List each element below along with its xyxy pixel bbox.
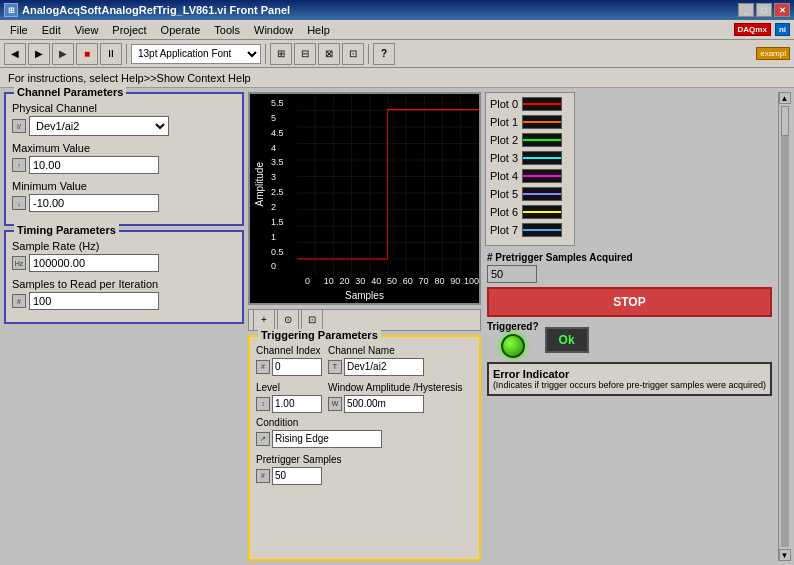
resize-button[interactable]: ⊠ — [318, 43, 340, 65]
samples-iter-indicator: # — [12, 294, 26, 308]
sample-rate-group: Sample Rate (Hz) Hz — [12, 240, 236, 272]
separator-3 — [368, 44, 369, 64]
zoom-select-button[interactable]: ⊡ — [301, 309, 323, 331]
menu-project[interactable]: Project — [106, 22, 152, 38]
menu-tools[interactable]: Tools — [208, 22, 246, 38]
close-button[interactable]: ✕ — [774, 3, 790, 17]
back-button[interactable]: ◀ — [4, 43, 26, 65]
channel-name-input[interactable] — [344, 358, 424, 376]
menu-window[interactable]: Window — [248, 22, 299, 38]
order-button[interactable]: ⊡ — [342, 43, 364, 65]
zoom-in-button[interactable]: + — [253, 309, 275, 331]
font-selector[interactable]: 13pt Application Font — [131, 44, 261, 64]
plot-3-color[interactable] — [522, 151, 562, 165]
window-input[interactable] — [344, 395, 424, 413]
stop-button[interactable]: ■ — [76, 43, 98, 65]
help-text: For instructions, select Help>>Show Cont… — [8, 72, 251, 84]
window-title: AnalogAcqSoftAnalogRefTrig_LV861.vi Fron… — [22, 4, 290, 16]
level-input[interactable] — [272, 395, 322, 413]
scroll-thumb-v[interactable] — [781, 106, 789, 136]
plot-6-color[interactable] — [522, 205, 562, 219]
plot-5-label: Plot 5 — [490, 188, 518, 200]
sample-rate-input[interactable] — [29, 254, 159, 272]
level-field: Level ↕ — [256, 382, 322, 413]
plot-0-item: Plot 0 — [490, 97, 570, 111]
condition-input[interactable] — [272, 430, 382, 448]
menu-bar: File Edit View Project Operate Tools Win… — [0, 20, 794, 40]
plot-0-label: Plot 0 — [490, 98, 518, 110]
menu-edit[interactable]: Edit — [36, 22, 67, 38]
left-panel: Channel Parameters Physical Channel I/ D… — [4, 92, 244, 561]
chart-svg — [297, 94, 479, 276]
menu-operate[interactable]: Operate — [155, 22, 207, 38]
min-value-group: Minimum Value ↓ — [12, 180, 236, 212]
physical-channel-group: Physical Channel I/ Dev1/ai2 — [12, 102, 236, 136]
triggered-row: Triggered? Ok — [487, 321, 772, 358]
channel-index-label: Channel Index — [256, 345, 322, 356]
min-value-input[interactable] — [29, 194, 159, 212]
window-indicator: W — [328, 397, 342, 411]
daqmx-logo: DAQmx — [734, 23, 771, 36]
run-button[interactable]: ▶ — [52, 43, 74, 65]
trig-params-title: Triggering Parameters — [258, 329, 381, 341]
max-value-group: Maximum Value ↑ — [12, 142, 236, 174]
plot-7-color[interactable] — [522, 223, 562, 237]
plot-5-item: Plot 5 — [490, 187, 570, 201]
triggered-label: Triggered? — [487, 321, 539, 332]
max-value-input[interactable] — [29, 156, 159, 174]
forward-button[interactable]: ▶ — [28, 43, 50, 65]
menu-view[interactable]: View — [69, 22, 105, 38]
channel-name-indicator: T — [328, 360, 342, 374]
help-bar: For instructions, select Help>>Show Cont… — [0, 68, 794, 88]
plot-1-color[interactable] — [522, 115, 562, 129]
triggered-group: Triggered? — [487, 321, 539, 358]
scroll-track-v — [781, 106, 789, 547]
ok-button[interactable]: Ok — [545, 327, 589, 353]
plot-2-color[interactable] — [522, 133, 562, 147]
maximize-button[interactable]: □ — [756, 3, 772, 17]
condition-field: Condition ↗ — [256, 417, 382, 448]
x-ticks: 0 10 20 30 40 50 60 70 80 90 100 — [250, 276, 479, 288]
plot-3-item: Plot 3 — [490, 151, 570, 165]
plot-4-color[interactable] — [522, 169, 562, 183]
samples-iter-label: Samples to Read per Iteration — [12, 278, 236, 290]
samples-iter-group: Samples to Read per Iteration # — [12, 278, 236, 310]
chart-inner — [297, 94, 479, 276]
scroll-down-button[interactable]: ▼ — [779, 549, 791, 561]
plot-0-color[interactable] — [522, 97, 562, 111]
y-ticks: 5.5 5 4.5 4 3.5 3 2.5 2 1.5 1 0.5 0 — [269, 94, 297, 276]
samples-iter-input[interactable] — [29, 292, 159, 310]
max-value-label: Maximum Value — [12, 142, 236, 154]
level-label: Level — [256, 382, 322, 393]
channel-index-input[interactable] — [272, 358, 322, 376]
align-button[interactable]: ⊞ — [270, 43, 292, 65]
pause-button[interactable]: ⏸ — [100, 43, 122, 65]
menu-help[interactable]: Help — [301, 22, 336, 38]
stop-button-main[interactable]: STOP — [487, 287, 772, 317]
vertical-scrollbar[interactable]: ▲ ▼ — [778, 92, 790, 561]
max-value-indicator: ↑ — [12, 158, 26, 172]
scroll-up-button[interactable]: ▲ — [779, 92, 791, 104]
level-indicator: ↕ — [256, 397, 270, 411]
distribute-button[interactable]: ⊟ — [294, 43, 316, 65]
error-indicator-desc: (Indicates if trigger occurs before pre-… — [493, 380, 766, 390]
zoom-fit-button[interactable]: ⊙ — [277, 309, 299, 331]
y-axis-label: Amplitude — [250, 94, 269, 276]
triggered-led — [501, 334, 525, 358]
pretrigger-samples-input[interactable] — [272, 467, 322, 485]
help-button[interactable]: ? — [373, 43, 395, 65]
plot-2-label: Plot 2 — [490, 134, 518, 146]
minimize-button[interactable]: _ — [738, 3, 754, 17]
plot-legend: Plot 0 Plot 1 Plot 2 Plot 3 — [485, 92, 575, 246]
condition-indicator: ↗ — [256, 432, 270, 446]
plot-5-color[interactable] — [522, 187, 562, 201]
pretrigger-acquired-input — [487, 265, 537, 283]
chart-area: Amplitude 5.5 5 4.5 4 3.5 3 2.5 2 1.5 1 … — [250, 94, 479, 276]
example-badge: exampl — [756, 47, 790, 60]
menu-file[interactable]: File — [4, 22, 34, 38]
sample-rate-indicator: Hz — [12, 256, 26, 270]
channel-index-indicator: # — [256, 360, 270, 374]
chart-wrapper: Amplitude 5.5 5 4.5 4 3.5 3 2.5 2 1.5 1 … — [248, 92, 481, 305]
physical-channel-select[interactable]: Dev1/ai2 — [29, 116, 169, 136]
min-value-label: Minimum Value — [12, 180, 236, 192]
